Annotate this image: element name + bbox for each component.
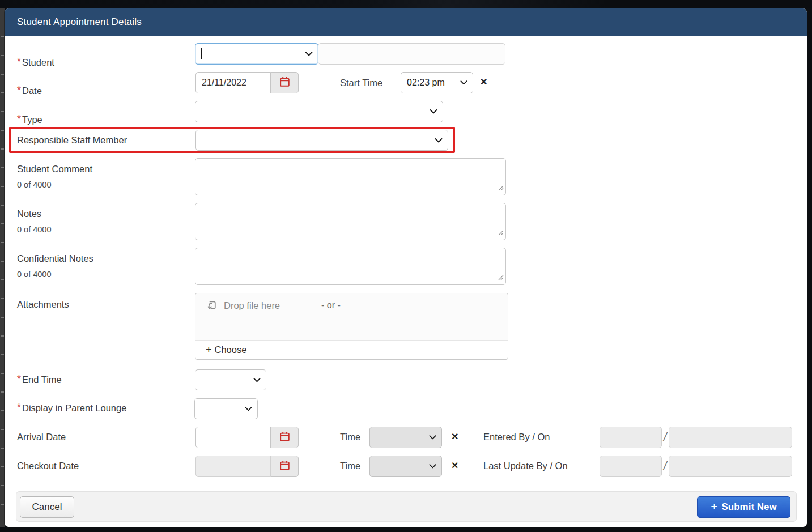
resize-handle-icon[interactable] [498, 228, 504, 238]
confidential-notes-textarea[interactable] [195, 248, 506, 285]
last-update-by-input [600, 456, 662, 477]
drop-file-icon [205, 300, 217, 314]
resize-handle-icon[interactable] [498, 183, 504, 193]
calendar-icon [279, 460, 290, 473]
arrival-date-input[interactable] [195, 427, 271, 448]
required-marker: * [17, 373, 21, 385]
chevron-down-icon [305, 52, 313, 57]
arrival-time-select[interactable] [369, 427, 442, 448]
drop-file-text: Drop file here [224, 300, 280, 311]
checkout-date-input [195, 456, 271, 477]
slash-separator: / [664, 429, 667, 444]
required-marker: * [17, 56, 21, 67]
confidential-notes-counter: 0 of 4000 [17, 270, 51, 279]
arrival-calendar-button[interactable] [270, 427, 299, 448]
attachments-dropbox: Drop file here - or - + Choose [195, 293, 508, 360]
required-marker: * [17, 84, 21, 96]
end-time-label: *End Time [17, 374, 62, 385]
clear-arrival-time-icon[interactable]: ✕ [451, 432, 458, 441]
parent-lounge-select[interactable] [194, 398, 258, 419]
student-label: *Student [17, 57, 54, 68]
checkout-calendar-button[interactable] [270, 456, 299, 477]
chevron-down-icon [253, 377, 261, 382]
student-select[interactable] [195, 43, 318, 65]
clear-start-time-icon[interactable]: ✕ [480, 78, 487, 87]
chevron-down-icon [429, 435, 436, 440]
dialog-footer: Cancel + Submit New [16, 491, 797, 522]
responsible-staff-select[interactable] [195, 130, 448, 151]
start-time-select[interactable]: 02:23 pm [401, 72, 473, 93]
entered-by-on-label: Entered By / On [483, 432, 550, 442]
parent-lounge-label: *Display in Parent Lounge [17, 403, 126, 414]
type-select[interactable] [195, 101, 443, 122]
calendar-icon [279, 76, 290, 90]
plus-icon: + [206, 344, 212, 356]
chevron-down-icon [430, 109, 437, 114]
chevron-down-icon [429, 464, 436, 469]
entered-by-input [600, 427, 662, 448]
or-text: - or - [321, 300, 341, 310]
end-time-select[interactable] [195, 369, 266, 390]
dialog-title: Student Appointment Details [17, 16, 142, 28]
required-marker: * [17, 402, 21, 413]
entered-on-input [669, 427, 792, 448]
chevron-down-icon [245, 406, 252, 411]
last-update-by-on-label: Last Update By / On [483, 461, 568, 471]
student-comment-label: Student Comment [17, 164, 92, 175]
arrival-date-label: Arrival Date [17, 432, 66, 442]
checkout-time-label: Time [340, 461, 360, 471]
responsible-staff-label: Responsible Staff Member [17, 135, 127, 146]
arrival-time-label: Time [340, 432, 360, 442]
chevron-down-icon [435, 138, 443, 143]
text-caret [201, 48, 202, 59]
slash-separator: / [664, 458, 667, 473]
required-marker: * [17, 113, 21, 125]
attachments-label: Attachments [17, 299, 69, 310]
student-comment-textarea[interactable] [195, 158, 506, 195]
date-calendar-button[interactable] [270, 72, 299, 93]
date-input[interactable]: 21/11/2022 [195, 72, 271, 93]
backdrop-top [0, 0, 812, 8]
student-appointment-dialog: Student Appointment Details *Student *Da… [5, 8, 807, 527]
calendar-icon [279, 431, 290, 444]
modal-overlay: Student Appointment Details *Student *Da… [0, 0, 812, 532]
notes-label: Notes [17, 208, 41, 219]
chevron-down-icon [460, 80, 467, 86]
dialog-header: Student Appointment Details [5, 8, 807, 36]
checkout-date-label: Checkout Date [17, 461, 79, 471]
type-label: *Type [17, 114, 42, 125]
confidential-notes-label: Confidential Notes [17, 253, 93, 264]
notes-counter: 0 of 4000 [17, 225, 51, 234]
date-label: *Date [17, 86, 42, 96]
start-time-label: Start Time [340, 78, 382, 88]
choose-file-button[interactable]: + Choose [195, 340, 508, 359]
backdrop-artifact-marks [1, 23, 4, 510]
student-comment-counter: 0 of 4000 [17, 180, 51, 189]
notes-textarea[interactable] [195, 203, 506, 240]
submit-new-button[interactable]: + Submit New [697, 496, 790, 518]
clear-checkout-time-icon[interactable]: ✕ [451, 461, 458, 470]
student-name-input[interactable] [318, 43, 505, 65]
plus-icon: + [711, 500, 717, 513]
resize-handle-icon[interactable] [498, 273, 504, 283]
last-update-on-input [669, 456, 792, 477]
checkout-time-select[interactable] [369, 456, 442, 477]
cancel-button[interactable]: Cancel [20, 496, 74, 518]
